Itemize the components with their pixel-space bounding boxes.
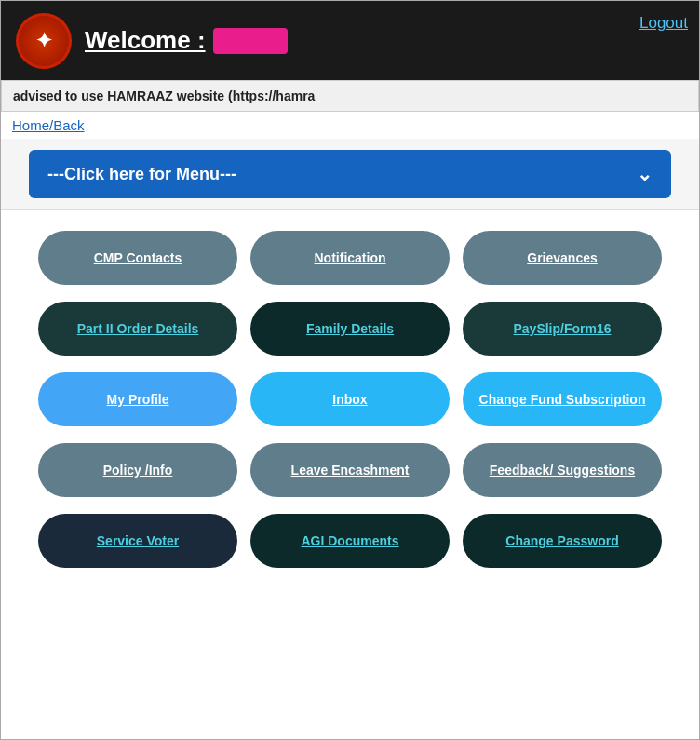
grievances-button[interactable]: Grievances [463, 231, 662, 285]
change-password-button[interactable]: Change Password [463, 514, 662, 568]
logout-link[interactable]: Logout [639, 14, 688, 33]
family-details-button[interactable]: Family Details [250, 302, 450, 356]
logo-symbol: ✦ [35, 29, 52, 53]
policy-info-button[interactable]: Policy /Info [38, 443, 237, 497]
notification-button[interactable]: Notification [250, 231, 450, 285]
page-container: ✦ Welcome : Logout advised to use HAMRAA… [0, 0, 700, 740]
logo-inner: ✦ [19, 16, 69, 66]
inbox-button[interactable]: Inbox [250, 372, 450, 426]
advisory-text: advised to use HAMRAAZ website (https://… [13, 88, 315, 103]
welcome-label: Welcome : [85, 26, 206, 55]
agi-documents-button[interactable]: AGI Documents [250, 514, 450, 568]
logo: ✦ [16, 13, 72, 69]
part-ii-order-button[interactable]: Part II Order Details [38, 302, 237, 356]
welcome-text: Welcome : [85, 26, 288, 55]
menu-label: ---Click here for Menu--- [47, 165, 236, 184]
leave-encashment-button[interactable]: Leave Encashment [250, 443, 450, 497]
buttons-grid: CMP ContactsNotificationGrievancesPart I… [1, 210, 699, 588]
menu-container: ---Click here for Menu--- ⌄ [1, 139, 699, 210]
my-profile-button[interactable]: My Profile [38, 372, 237, 426]
cmp-contacts-button[interactable]: CMP Contacts [38, 231, 237, 285]
feedback-button[interactable]: Feedback/ Suggestions [463, 443, 662, 497]
advisory-bar: advised to use HAMRAAZ website (https://… [1, 80, 699, 112]
chevron-down-icon: ⌄ [637, 163, 653, 185]
payslip-form16-button[interactable]: PaySlip/Form16 [463, 302, 662, 356]
service-voter-button[interactable]: Service Voter [38, 514, 237, 568]
username-block [213, 28, 288, 54]
home-back-link[interactable]: Home/Back [1, 112, 699, 139]
menu-dropdown[interactable]: ---Click here for Menu--- ⌄ [29, 150, 671, 198]
change-fund-button[interactable]: Change Fund Subscription [463, 372, 662, 426]
header: ✦ Welcome : Logout [1, 1, 699, 80]
